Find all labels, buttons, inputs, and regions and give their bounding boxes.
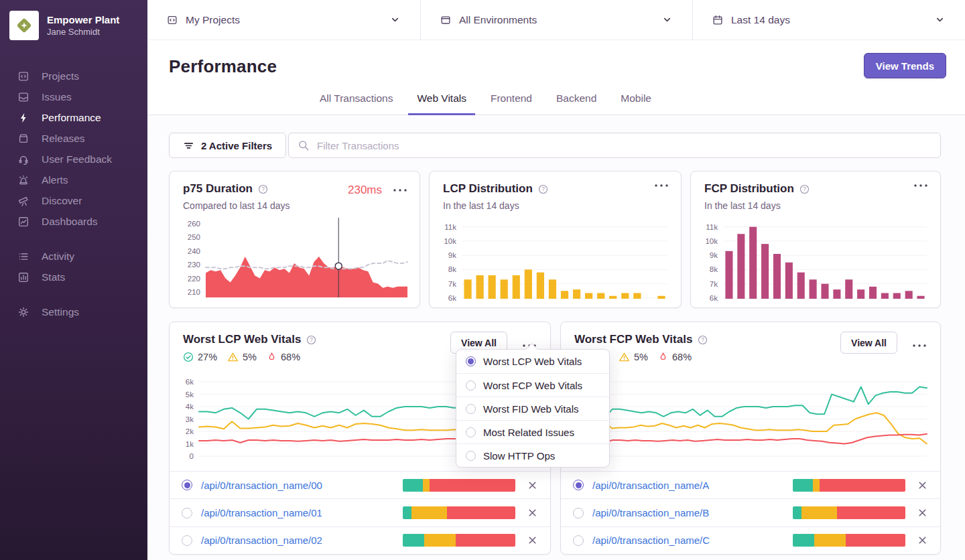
remove-row-button[interactable] xyxy=(917,480,928,491)
svg-text:6k: 6k xyxy=(186,378,194,386)
telescope-icon xyxy=(17,195,29,207)
help-icon[interactable]: ? xyxy=(799,184,810,194)
date-range-selector[interactable]: Last 14 days xyxy=(692,0,965,40)
overflow-menu-button[interactable] xyxy=(654,184,669,188)
sidebar-item-settings[interactable]: Settings xyxy=(0,301,147,322)
environment-selector[interactable]: All Environments xyxy=(420,0,692,40)
row-radio[interactable] xyxy=(182,535,192,546)
transaction-link[interactable]: /api/0/transaction_name/B xyxy=(592,507,793,518)
transaction-row: /api/0/transaction_name/A xyxy=(561,471,940,498)
help-icon[interactable]: ? xyxy=(306,335,316,345)
svg-text:6k: 6k xyxy=(710,294,718,302)
view-trends-button[interactable]: View Trends xyxy=(864,53,946,78)
transaction-link[interactable]: /api/0/transaction_name/A xyxy=(592,480,793,491)
remove-row-button[interactable] xyxy=(527,507,538,518)
sidebar-item-label: Alerts xyxy=(42,174,68,186)
archive-icon xyxy=(17,133,29,145)
menu-radio xyxy=(466,380,476,391)
overflow-menu-button[interactable] xyxy=(912,338,927,350)
date-range-label: Last 14 days xyxy=(731,14,790,26)
help-icon[interactable]: ? xyxy=(258,184,268,194)
p75-value: 230ms xyxy=(348,184,382,197)
chevron-down-icon xyxy=(935,15,945,25)
gear-icon xyxy=(17,306,29,318)
tab-frontend[interactable]: Frontend xyxy=(482,92,541,115)
page-header: Performance View Trends All Transactions… xyxy=(147,40,965,115)
menu-item-label: Most Related Issues xyxy=(483,427,574,438)
fcp-distribution-chart[interactable]: 6k7k8k9k10k11k xyxy=(699,214,934,303)
vitals-stacked-bar xyxy=(793,534,905,547)
help-icon[interactable]: ? xyxy=(698,335,708,345)
svg-text:2k: 2k xyxy=(186,427,194,435)
remove-row-button[interactable] xyxy=(917,507,928,518)
tab-web-vitals[interactable]: Web Vitals xyxy=(408,92,475,115)
sidebar-item-user-feedback[interactable]: User Feedback xyxy=(0,149,147,169)
lcp-distribution-chart[interactable]: 6k7k8k9k10k11k xyxy=(438,214,674,303)
transaction-row: /api/0/transaction_name/01 xyxy=(170,498,550,526)
sidebar-item-stats[interactable]: Stats xyxy=(0,267,147,287)
sidebar-item-dashboards[interactable]: Dashboards xyxy=(0,211,147,232)
menu-item-slow-http-ops[interactable]: Slow HTTP Ops xyxy=(456,443,609,467)
view-all-button[interactable]: View All xyxy=(840,332,897,354)
menu-radio xyxy=(466,356,476,366)
tab-mobile[interactable]: Mobile xyxy=(612,92,660,115)
tab-backend[interactable]: Backend xyxy=(548,92,605,115)
close-icon xyxy=(527,507,538,518)
sidebar-item-discover[interactable]: Discover xyxy=(0,190,147,211)
row-radio[interactable] xyxy=(573,480,584,490)
card-title: LCP Distribution xyxy=(443,182,533,196)
help-icon[interactable]: ? xyxy=(538,184,548,194)
row-radio[interactable] xyxy=(182,508,192,518)
transaction-link[interactable]: /api/0/transaction_name/01 xyxy=(201,507,403,518)
project-selector-label: My Projects xyxy=(186,14,240,26)
sidebar-nav: Projects Issues Performance Releases Use… xyxy=(0,66,147,322)
row-radio[interactable] xyxy=(573,535,584,546)
tab-all-transactions[interactable]: All Transactions xyxy=(311,92,401,115)
overflow-menu-button[interactable] xyxy=(913,184,928,188)
line-chart-icon xyxy=(17,216,29,228)
menu-item-worst-fcp[interactable]: Worst FCP Web Vitals xyxy=(456,373,609,397)
menu-item-label: Worst FID Web Vitals xyxy=(483,403,579,415)
search-icon xyxy=(298,139,310,151)
worst-fcp-line-chart[interactable]: 01k2k3k4k5k6k xyxy=(569,369,934,470)
svg-text:?: ? xyxy=(541,186,545,192)
svg-text:5k: 5k xyxy=(186,391,194,399)
poor-pct: 68% xyxy=(281,352,300,362)
meh-badge: 5% xyxy=(227,352,257,362)
sidebar-item-issues[interactable]: Issues xyxy=(0,86,147,107)
bar-chart-icon xyxy=(17,271,29,283)
remove-row-button[interactable] xyxy=(917,535,928,546)
remove-row-button[interactable] xyxy=(527,480,538,491)
sidebar-item-alerts[interactable]: Alerts xyxy=(0,169,147,190)
transaction-link[interactable]: /api/0/transaction_name/00 xyxy=(201,480,403,491)
sidebar-item-projects[interactable]: Projects xyxy=(0,66,147,86)
active-filters-label: 2 Active Filters xyxy=(201,140,272,151)
sidebar-item-activity[interactable]: Activity xyxy=(0,246,147,267)
svg-text:7k: 7k xyxy=(448,280,456,288)
active-filters-button[interactable]: 2 Active Filters xyxy=(169,133,286,158)
sidebar-item-releases[interactable]: Releases xyxy=(0,128,147,149)
empower-plant-logo-icon xyxy=(14,15,34,36)
svg-text:240: 240 xyxy=(188,247,200,255)
sidebar-item-label: Settings xyxy=(42,306,79,318)
p75-duration-chart[interactable]: 210220230240250260 xyxy=(178,214,413,303)
project-selector[interactable]: My Projects xyxy=(147,0,420,40)
menu-item-worst-lcp[interactable]: Worst LCP Web Vitals xyxy=(456,350,609,373)
row-radio[interactable] xyxy=(573,508,584,518)
project-icon xyxy=(166,14,178,26)
sidebar-item-label: Stats xyxy=(42,271,65,283)
menu-item-most-related-issues[interactable]: Most Related Issues xyxy=(456,420,609,443)
transaction-search-input[interactable] xyxy=(288,133,941,158)
ellipsis-icon xyxy=(393,188,407,192)
org-switcher[interactable]: Empower Plant Jane Schmidt xyxy=(0,0,147,40)
transaction-link[interactable]: /api/0/transaction_name/C xyxy=(592,535,793,546)
svg-text:3k: 3k xyxy=(186,415,194,423)
sidebar-item-performance[interactable]: Performance xyxy=(0,107,147,128)
svg-text:?: ? xyxy=(803,186,806,192)
transaction-link[interactable]: /api/0/transaction_name/02 xyxy=(201,535,403,546)
menu-item-worst-fid[interactable]: Worst FID Web Vitals xyxy=(456,397,609,420)
overflow-menu-button[interactable] xyxy=(393,188,407,192)
row-radio[interactable] xyxy=(182,480,192,490)
ellipsis-icon xyxy=(654,184,669,188)
remove-row-button[interactable] xyxy=(527,535,538,546)
